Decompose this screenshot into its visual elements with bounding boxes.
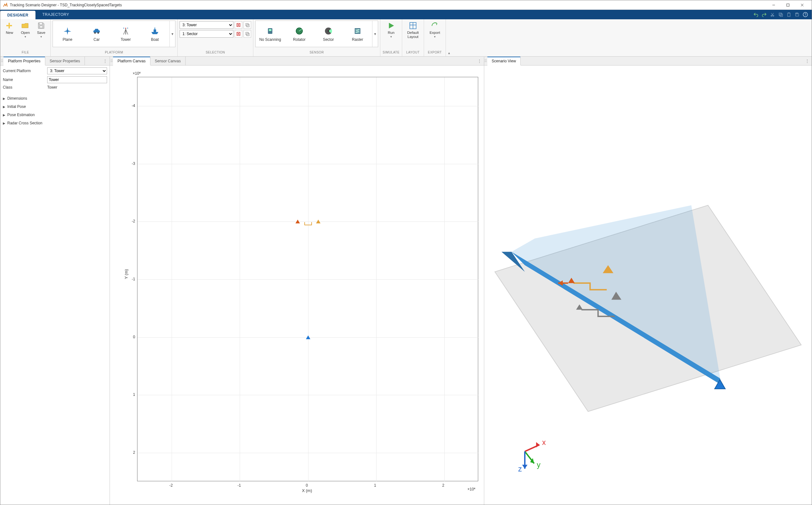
panel-more-icon[interactable]: ⋮	[101, 57, 110, 65]
raster-icon	[352, 26, 363, 36]
platform-class-value: Tower	[47, 85, 57, 90]
toolstrip-group-simulate: Run ▼ SIMULATE	[380, 19, 402, 56]
grip-icon[interactable]: ⠿	[0, 57, 3, 65]
axis-x-label: x	[542, 438, 546, 447]
platform-gallery-dropdown[interactable]: ▼	[169, 21, 175, 47]
section-rcs[interactable]: ▶Radar Cross Section	[3, 120, 107, 126]
toolstrip-group-platform: Plane Car Tower Boat	[51, 19, 178, 56]
svg-rect-37	[269, 29, 271, 31]
svg-marker-60	[536, 442, 539, 448]
delete-platform-button[interactable]	[235, 21, 242, 29]
sector-icon	[323, 26, 334, 36]
tab-platform-properties[interactable]: Platform Properties	[3, 57, 45, 65]
chart-marker[interactable]	[296, 219, 300, 223]
no-scanning-icon	[265, 26, 275, 36]
open-button[interactable]: Open ▼	[18, 21, 33, 39]
selection-sensor-dropdown[interactable]: 1: Sector	[180, 30, 233, 38]
group-label-sensor: SENSOR	[255, 51, 378, 56]
save-quick-icon[interactable]	[794, 11, 800, 18]
panel-more-icon[interactable]: ⋮	[803, 57, 812, 65]
tab-platform-canvas[interactable]: Platform Canvas	[113, 57, 150, 65]
copy-icon[interactable]	[778, 11, 784, 18]
app-window: Tracking Scenario Designer - TSD_Trackin…	[0, 0, 812, 505]
section-initial-pose[interactable]: ▶Initial Pose	[3, 104, 107, 110]
svg-rect-34	[246, 32, 248, 35]
grip-icon[interactable]: ⠿	[484, 57, 487, 65]
matlab-icon	[3, 3, 8, 8]
svg-marker-64	[522, 465, 527, 469]
delete-sensor-button[interactable]	[235, 30, 242, 38]
grip-icon[interactable]: ⠿	[110, 57, 113, 65]
save-disk-icon	[37, 21, 45, 30]
window-title: Tracking Scenario Designer - TSD_Trackin…	[10, 3, 122, 7]
help-icon[interactable]: ?	[802, 11, 809, 18]
default-layout-button[interactable]: DefaultLayout	[404, 21, 422, 39]
svg-rect-19	[93, 30, 100, 33]
boat-icon	[150, 26, 160, 36]
svg-rect-11	[788, 13, 790, 13]
svg-rect-12	[796, 13, 798, 14]
svg-line-7	[771, 13, 773, 16]
mid-panel-tabs: ⠿ Platform Canvas Sensor Canvas ⋮	[110, 57, 484, 65]
close-button[interactable]	[795, 1, 809, 9]
toolstrip-group-sensor: No Scanning Rotator Sector Raster	[253, 19, 380, 56]
panel-more-icon[interactable]: ⋮	[475, 57, 484, 65]
platform-gallery: Plane Car Tower Boat	[52, 21, 176, 47]
tab-designer[interactable]: DESIGNER	[0, 11, 35, 19]
left-column: ⠿ Platform Properties Sensor Properties …	[0, 57, 110, 505]
undo-icon[interactable]	[753, 11, 759, 18]
tab-sensor-canvas[interactable]: Sensor Canvas	[150, 57, 186, 65]
tab-scenario-view[interactable]: Scenario View	[487, 57, 521, 65]
paste-icon[interactable]	[786, 11, 792, 18]
section-pose-estimation[interactable]: ▶Pose Estimation	[3, 112, 107, 118]
sensor-item-rotator[interactable]: Rotator	[285, 21, 314, 47]
svg-point-43	[328, 30, 329, 32]
platform-name-input[interactable]	[47, 76, 107, 83]
scenario-3d-view[interactable]: x y z	[484, 65, 812, 505]
car-icon	[92, 26, 102, 36]
sensor-item-raster[interactable]: Raster	[343, 21, 372, 47]
axis-y-label: y	[537, 461, 541, 469]
cut-icon[interactable]	[769, 11, 776, 18]
axis-z-label: z	[518, 465, 522, 473]
maximize-button[interactable]	[781, 1, 795, 9]
sensor-gallery-dropdown[interactable]: ▼	[372, 21, 378, 47]
svg-rect-18	[39, 26, 43, 28]
group-label-layout: LAYOUT	[404, 51, 422, 56]
sensor-item-sector[interactable]: Sector	[314, 21, 343, 47]
platform-item-tower[interactable]: Tower	[111, 21, 140, 47]
toolstrip-group-export: Export ▼ EXPORT	[424, 19, 446, 56]
tab-trajectory[interactable]: TRAJECTORY	[35, 10, 76, 19]
chevron-down-icon: ▼	[434, 35, 436, 38]
export-button[interactable]: Export ▼	[426, 21, 444, 39]
platform-item-boat[interactable]: Boat	[140, 21, 169, 47]
svg-point-23	[125, 28, 126, 29]
svg-point-20	[94, 32, 96, 34]
toolstrip-collapse-icon[interactable]: ▴	[446, 19, 452, 56]
current-platform-dropdown[interactable]: 3: Tower	[47, 67, 107, 74]
group-label-file: FILE	[2, 51, 48, 56]
label-current-platform: Current Platform	[3, 69, 45, 73]
platform-canvas[interactable]: -2-1012-4-3-2-1012×10⁴×10⁴X (m)Y (m)	[110, 65, 484, 505]
redo-icon[interactable]	[761, 11, 767, 18]
platform-item-car[interactable]: Car	[82, 21, 111, 47]
toolstrip-group-file: New Open ▼ Save ▼ FILE	[0, 19, 51, 56]
duplicate-platform-button[interactable]	[244, 21, 251, 29]
chart-marker[interactable]	[316, 219, 321, 223]
tab-sensor-properties[interactable]: Sensor Properties	[45, 57, 85, 65]
sensor-gallery: No Scanning Rotator Sector Raster	[255, 21, 378, 47]
duplicate-sensor-button[interactable]	[244, 30, 251, 38]
chart-marker[interactable]	[306, 335, 310, 339]
export-arrow-icon	[430, 21, 439, 30]
section-dimensions[interactable]: ▶Dimensions	[3, 95, 107, 102]
svg-rect-8	[779, 13, 782, 15]
new-button[interactable]: New	[2, 21, 17, 35]
run-button[interactable]: Run ▼	[382, 21, 400, 39]
selection-platform-dropdown[interactable]: 3: Tower	[180, 21, 233, 29]
mid-column: ⠿ Platform Canvas Sensor Canvas ⋮ -2-101…	[110, 57, 484, 505]
chevron-down-icon: ▼	[24, 35, 27, 38]
sensor-item-noscanning[interactable]: No Scanning	[256, 21, 285, 47]
minimize-button[interactable]	[767, 1, 781, 9]
platform-item-plane[interactable]: Plane	[53, 21, 82, 47]
save-button[interactable]: Save ▼	[34, 21, 48, 39]
